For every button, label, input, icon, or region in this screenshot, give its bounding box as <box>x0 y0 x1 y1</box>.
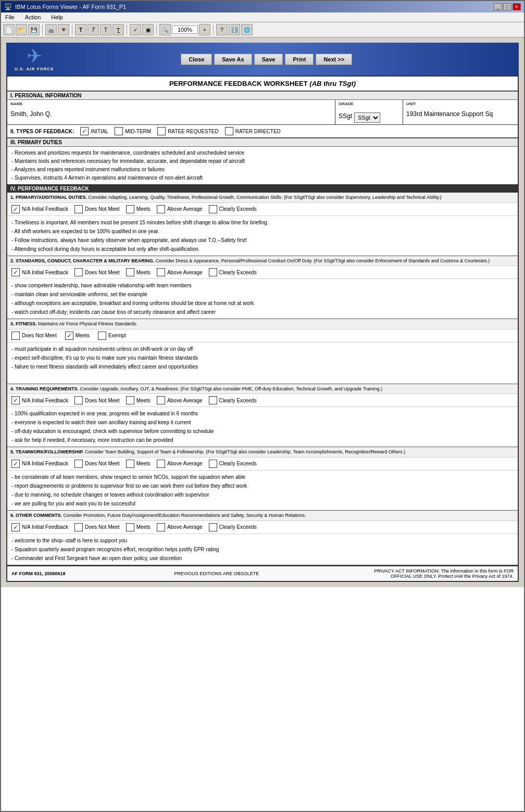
item-6-desc: Consider Promotion, Future Duty/Assignme… <box>64 513 306 518</box>
preview-button[interactable]: 👁️ <box>58 24 69 35</box>
item-2-text-2: - maintain clean and serviceable uniform… <box>11 290 514 299</box>
item-3-meets-checkbox[interactable]: ✓ <box>65 332 73 340</box>
close-header-button[interactable]: Close <box>181 54 212 65</box>
menu-action[interactable]: Action <box>23 14 43 21</box>
midterm-checkbox[interactable] <box>115 127 123 135</box>
item-4-above-checkbox[interactable] <box>157 396 165 404</box>
item-1-meets-checkbox[interactable] <box>126 205 134 213</box>
menu-file[interactable]: File <box>3 14 17 21</box>
item-1-text-2: - All shift workers are expected to be 1… <box>11 227 514 236</box>
toolbar: 📄 📂 💾 🖨️ 👁️ T T T T̲ ✓ ▣ 🔍 100% + ? ℹ️ 🌐 <box>1 22 524 37</box>
text-button[interactable]: T <box>100 24 111 35</box>
item-5-dnm-checkbox[interactable] <box>74 460 83 468</box>
item-1-nia-checkbox[interactable]: ✓ <box>11 205 20 213</box>
item-3-text-1: - must participate in all squadron runs/… <box>11 345 514 353</box>
rater-checkbox[interactable] <box>225 127 233 135</box>
item-3-dnm-checkbox[interactable] <box>11 332 20 340</box>
ratee-checkbox[interactable] <box>157 127 166 135</box>
new-button[interactable]: 📄 <box>3 24 15 35</box>
item-2-text-3: - although exceptions are acceptable, br… <box>11 299 514 308</box>
menu-help[interactable]: Help <box>49 14 65 21</box>
duty-3: - Analyzes and repairs reported instrume… <box>11 166 514 174</box>
zoom-in-button[interactable]: + <box>199 24 210 35</box>
item-1-dnm: Does Not Meet <box>74 205 120 213</box>
initial-label: INITIAL <box>91 129 108 134</box>
text2-button[interactable]: T̲ <box>113 24 124 35</box>
item-3-text-3: - failure to meet fitness standards will… <box>11 362 514 371</box>
italic-button[interactable]: T <box>88 24 99 35</box>
item-4-meets-checkbox[interactable] <box>126 396 134 404</box>
item-5-text-3: - due to manning, no schedule changes or… <box>11 490 514 499</box>
item-4-dnm-checkbox[interactable] <box>74 396 83 404</box>
item-6-ratings: ✓ N/A Initial Feedback Does Not Meet Mee… <box>7 521 518 534</box>
item-6-meets-checkbox[interactable] <box>126 523 134 531</box>
item-1-number: 1. <box>10 195 15 200</box>
open-button[interactable]: 📂 <box>16 24 27 35</box>
feedback-item-1: 1. PRIMARY/ADDITIONAL DUTIES. Consider A… <box>7 193 518 256</box>
item-5-nia-checkbox[interactable]: ✓ <box>11 460 20 468</box>
item-6-text-2: - Squadron quarterly award program recog… <box>11 545 514 554</box>
item-6-above-checkbox[interactable] <box>157 523 165 531</box>
item-2-dnm-checkbox[interactable] <box>74 268 83 276</box>
feedback-ratee: RATEE REQUESTED <box>157 127 219 135</box>
item-1-exceeds-label: Clearly Exceeds <box>219 206 257 212</box>
item-6-nia-label: N/A Initial Feedback <box>22 524 68 530</box>
item-6-dnm-checkbox[interactable] <box>74 523 83 531</box>
item-2-exceeds-checkbox[interactable] <box>209 268 217 276</box>
select-button[interactable]: ▣ <box>142 24 154 35</box>
feedback-item-4: 4. TRAINING REQUIREMENTS. Consider Upgra… <box>7 384 518 448</box>
save-button[interactable]: Save <box>254 54 283 65</box>
item-4-exceeds: Clearly Exceeds <box>209 396 257 404</box>
globe-button[interactable]: 🌐 <box>241 24 253 35</box>
zoom-out-button[interactable]: 🔍 <box>159 24 171 35</box>
form-footer: AF FORM 931, 20080618 PREVIOUS EDITIONS … <box>7 565 518 581</box>
item-1-text-4: - Attending school during duty hours is … <box>11 245 514 253</box>
item-6-exceeds-checkbox[interactable] <box>209 523 217 531</box>
item-4-exceeds-checkbox[interactable] <box>209 396 217 404</box>
item-5-exceeds-checkbox[interactable] <box>209 460 217 468</box>
item-3-number: 3. <box>10 321 15 326</box>
item-5-above-label: Above Average <box>167 461 203 466</box>
help-toolbar-button[interactable]: ? <box>216 24 228 35</box>
item-1-above-checkbox[interactable] <box>157 205 165 213</box>
check-button[interactable]: ✓ <box>130 24 141 35</box>
item-4-above-label: Above Average <box>167 398 203 403</box>
primary-duties-section: - Receives and prioritizes requests for … <box>7 147 518 185</box>
next-button[interactable]: Next >> <box>316 54 352 65</box>
header-banner: ✈ U.S. AIR FORCE Close Save As Save Prin… <box>6 43 519 75</box>
item-6-nia: ✓ N/A Initial Feedback <box>11 523 68 531</box>
item-1-exceeds-checkbox[interactable] <box>209 205 217 213</box>
save-as-button[interactable]: Save As <box>214 54 252 65</box>
print-button[interactable]: Print <box>285 54 314 65</box>
grade-select[interactable]: SSgt TSgt AB <box>354 112 380 123</box>
item-2-title: STANDARDS, CONDUCT, CHARACTER & MILITARY… <box>16 258 154 263</box>
zoom-level[interactable]: 100% <box>172 26 198 34</box>
item-4-nia-checkbox[interactable]: ✓ <box>11 396 20 404</box>
item-5-exceeds-label: Clearly Exceeds <box>219 461 257 466</box>
close-button[interactable]: ✕ <box>512 3 521 10</box>
minimize-button[interactable]: _ <box>494 3 502 10</box>
item-2-nia: ✓ N/A Initial Feedback <box>11 268 68 276</box>
item-6-nia-checkbox[interactable]: ✓ <box>11 523 20 531</box>
item-3-exempt-checkbox[interactable] <box>98 332 106 340</box>
item-5-desc: Consider Team Building, Support of Team … <box>85 449 405 454</box>
item-5-meets-checkbox[interactable] <box>126 460 134 468</box>
item-2-nia-checkbox[interactable]: ✓ <box>11 268 20 276</box>
form-title-subtitle: (AB thru TSgt) <box>309 80 356 87</box>
print-toolbar-button[interactable]: 🖨️ <box>45 24 57 35</box>
maximize-button[interactable]: □ <box>503 3 511 10</box>
bold-button[interactable]: T <box>75 24 86 35</box>
initial-checkbox[interactable]: ✓ <box>80 127 89 135</box>
item-3-desc: Maintains Air Force Physical Fitness Sta… <box>38 321 138 326</box>
item-3-text: - must participate in all squadron runs/… <box>7 342 518 373</box>
item-1-dnm-checkbox[interactable] <box>74 205 83 213</box>
item-2-above-checkbox[interactable] <box>157 268 165 276</box>
item-2-meets-checkbox[interactable] <box>126 268 134 276</box>
item-2-dnm: Does Not Meet <box>74 268 120 276</box>
save-toolbar-button[interactable]: 💾 <box>28 24 40 35</box>
item-2-ratings: ✓ N/A Initial Feedback Does Not Meet Mee… <box>7 266 518 279</box>
item-1-above-label: Above Average <box>167 206 203 212</box>
info-button[interactable]: ℹ️ <box>229 24 240 35</box>
feedback-midterm: MID-TERM <box>115 127 151 135</box>
item-5-above-checkbox[interactable] <box>157 460 165 468</box>
